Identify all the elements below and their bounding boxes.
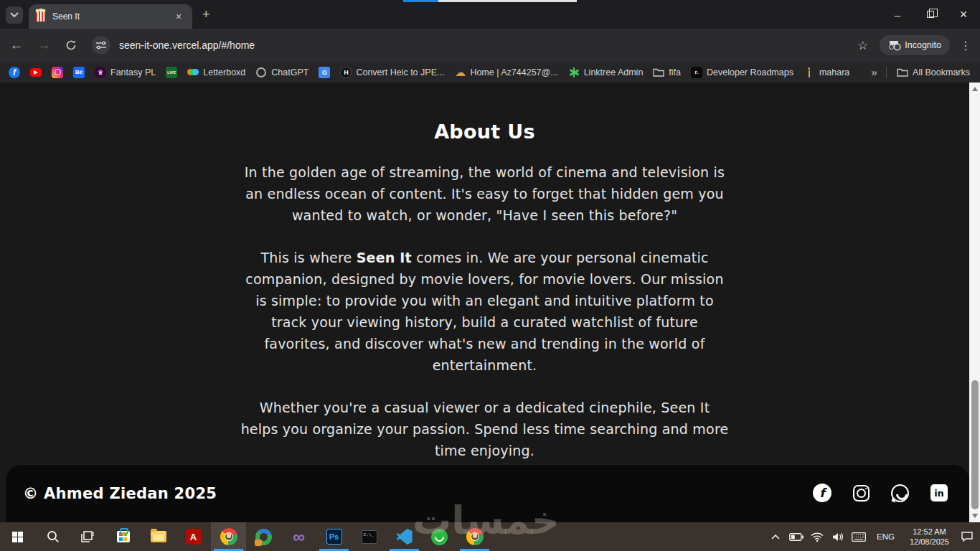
task-view-button[interactable] <box>70 522 105 551</box>
browser-menu-button[interactable]: ⋮ <box>958 39 973 52</box>
google-translate-icon: G <box>319 67 330 78</box>
task-view-icon <box>81 531 95 543</box>
site-info-button[interactable] <box>92 36 110 55</box>
address-bar[interactable]: seen-it-one.vercel.app/#/home <box>119 39 857 51</box>
bookmarks-bar: f Bē ♛ Fantasy PL LIVE Letterboxd ChatGP… <box>0 62 980 83</box>
back-button[interactable]: ← <box>6 34 27 56</box>
acrobat-button[interactable]: A <box>176 522 211 551</box>
instagram-icon[interactable] <box>853 485 870 501</box>
network-status[interactable] <box>810 532 824 542</box>
page-footer: © Ahmed Ziedan 2025 f in <box>6 465 969 522</box>
acrobat-icon: A <box>186 529 202 545</box>
bookmark-behance[interactable]: Bē <box>73 67 85 78</box>
photoshop-button[interactable]: Ps <box>316 522 352 551</box>
bookmark-label: fifa <box>669 67 681 77</box>
bookmark-label: Letterboxd <box>203 67 245 77</box>
chrome-profile-icon <box>220 528 237 545</box>
whatsapp-icon <box>431 529 448 545</box>
idm-button[interactable] <box>246 522 281 551</box>
chrome-profile-icon <box>466 528 484 545</box>
search-icon <box>47 530 60 543</box>
visual-studio-icon: ∞ <box>293 529 304 544</box>
vscode-button[interactable] <box>387 522 422 551</box>
bookmark-letterboxd[interactable]: Letterboxd <box>187 67 245 78</box>
search-button[interactable] <box>35 522 70 551</box>
chevron-up-icon <box>771 534 780 540</box>
all-bookmarks-button[interactable]: All Bookmarks <box>897 67 970 78</box>
youtube-icon <box>30 68 42 77</box>
whatsapp-button[interactable] <box>422 522 457 551</box>
about-paragraph-1: In the golden age of streaming, the worl… <box>241 161 729 226</box>
microsoft-store-button[interactable] <box>105 522 141 551</box>
bookmark-fantasy-pl[interactable]: ♛ Fantasy PL <box>95 67 156 78</box>
battery-icon <box>789 533 804 541</box>
scroll-down-arrow[interactable] <box>969 510 980 521</box>
minimize-button[interactable]: – <box>881 0 914 29</box>
chrome-button-active[interactable] <box>211 522 246 551</box>
touch-keyboard-button[interactable] <box>852 532 866 542</box>
new-tab-button[interactable]: + <box>202 7 210 22</box>
figure-icon <box>804 67 815 78</box>
tray-date: 12/08/2025 <box>910 537 949 547</box>
photoshop-icon: Ps <box>326 529 342 545</box>
windows-taskbar: A ∞ Ps C:\_ ENG 12:52 AM 12/08/2025 <box>0 522 980 551</box>
letterboxd-icon <box>187 67 199 78</box>
bookmark-translate[interactable]: G <box>319 67 330 78</box>
incognito-icon <box>888 41 900 50</box>
bookmark-label: Developer Roadmaps <box>707 67 793 77</box>
browser-tab[interactable]: Seen It × <box>29 4 192 29</box>
forward-button[interactable]: → <box>33 34 55 56</box>
whatsapp-icon[interactable] <box>891 484 909 502</box>
bookmark-heic-convert[interactable]: H Convert Heic to JPE... <box>340 67 444 78</box>
bookmark-home-az[interactable]: ☁ Home | Az744257@... <box>454 67 557 78</box>
bookmark-label: ChatGPT <box>271 67 308 77</box>
bookmark-youtube[interactable] <box>30 68 42 77</box>
social-links: f in <box>813 484 948 502</box>
bookmark-chatgpt[interactable]: ChatGPT <box>255 67 308 78</box>
chrome-button-2[interactable] <box>457 522 492 551</box>
popcorn-favicon-icon <box>36 11 45 22</box>
close-button[interactable]: × <box>947 0 980 29</box>
windows-logo-icon <box>12 532 23 542</box>
bookmarks-overflow-button[interactable]: » <box>871 66 877 78</box>
bookmark-instagram[interactable] <box>52 67 63 78</box>
notification-icon <box>961 532 973 542</box>
clock[interactable]: 12:52 AM 12/08/2025 <box>905 527 953 547</box>
bookmark-facebook[interactable]: f <box>9 67 20 78</box>
chatgpt-icon <box>255 67 267 78</box>
visual-studio-button[interactable]: ∞ <box>281 522 316 551</box>
bookmark-roadmaps[interactable]: r. Developer Roadmaps <box>691 67 793 78</box>
battery-status[interactable] <box>789 533 804 541</box>
bookmark-linktree[interactable]: Linktree Admin <box>568 67 644 78</box>
tray-expand-button[interactable] <box>768 534 783 540</box>
reload-button[interactable] <box>60 34 82 56</box>
folder-icon <box>151 531 166 542</box>
bookmark-mahara[interactable]: mahara <box>804 67 849 78</box>
bookmark-folder-fifa[interactable]: fifa <box>653 67 681 78</box>
page-scrollbar[interactable] <box>969 83 980 522</box>
copyright-text: © Ahmed Ziedan 2025 <box>23 485 217 502</box>
restore-button[interactable] <box>914 0 947 29</box>
tab-close-icon[interactable]: × <box>172 10 185 23</box>
facebook-icon[interactable]: f <box>813 484 831 502</box>
browser-titlebar: Seen It × + – × <box>0 0 980 29</box>
behance-icon: Bē <box>73 67 85 78</box>
scroll-up-arrow[interactable] <box>969 83 980 94</box>
chevron-down-icon <box>10 12 19 18</box>
volume-status[interactable] <box>831 532 845 542</box>
tab-search-button[interactable] <box>6 6 23 24</box>
language-indicator[interactable]: ENG <box>872 532 899 541</box>
h-circle-icon: H <box>340 67 352 78</box>
linkedin-icon[interactable]: in <box>930 484 948 501</box>
bookmark-star-icon[interactable]: ☆ <box>857 38 868 53</box>
scrollbar-thumb[interactable] <box>971 380 979 509</box>
tab-title: Seen It <box>52 11 172 22</box>
cloud-icon: ☁ <box>454 67 466 78</box>
linktree-icon <box>568 67 580 78</box>
store-icon <box>117 531 130 542</box>
start-button[interactable] <box>0 522 35 551</box>
action-center-button[interactable] <box>960 532 974 542</box>
bookmark-live[interactable]: LIVE <box>166 67 177 78</box>
file-explorer-button[interactable] <box>141 522 176 551</box>
command-prompt-button[interactable]: C:\_ <box>352 522 387 551</box>
